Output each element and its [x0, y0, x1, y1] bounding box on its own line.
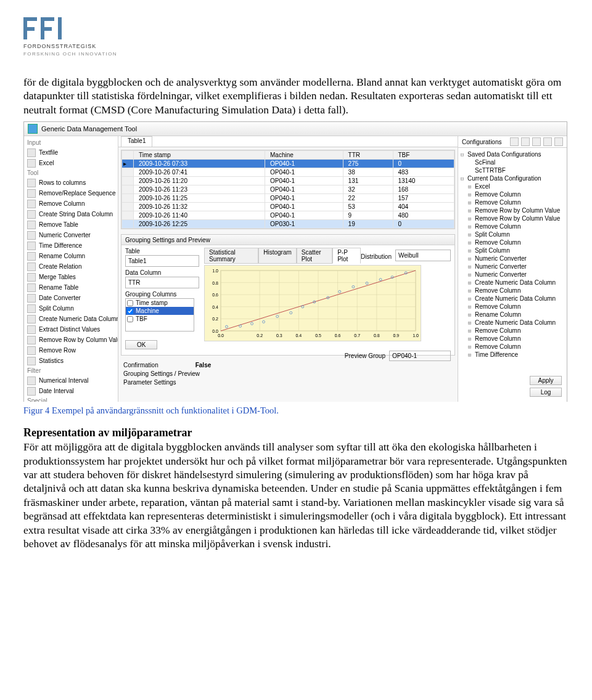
- palette-item[interactable]: Split Column: [24, 303, 118, 314]
- expand-icon[interactable]: ⊞: [467, 328, 472, 334]
- tree-node[interactable]: ⊞Create Numeric Data Column: [459, 295, 565, 303]
- tree-node[interactable]: ⊞Numeric Converter: [459, 262, 565, 271]
- log-button[interactable]: Log: [530, 388, 562, 397]
- palette-item[interactable]: Merge Tables: [24, 272, 118, 282]
- table-tab[interactable]: Table1: [121, 136, 152, 147]
- expand-icon[interactable]: ⊞: [467, 280, 472, 286]
- stat-subtab[interactable]: Scatter Plot: [297, 248, 332, 264]
- expand-icon[interactable]: ⊞: [467, 344, 472, 350]
- palette-item[interactable]: Rows to columns: [24, 177, 118, 188]
- expand-icon[interactable]: ⊞: [467, 320, 472, 326]
- tree-node[interactable]: ⊟Current Data Configuration: [459, 174, 565, 182]
- expand-icon[interactable]: ⊞: [467, 264, 472, 270]
- tree-node[interactable]: ⊞Remove Column: [459, 190, 565, 198]
- column-header[interactable]: [122, 151, 134, 160]
- palette-item[interactable]: Rename Column: [24, 251, 118, 261]
- tree-node[interactable]: ⊞Remove Column: [459, 198, 565, 206]
- palette-item[interactable]: Excel: [24, 158, 118, 168]
- checkbox[interactable]: [127, 308, 133, 314]
- palette-item[interactable]: Numerical Interval: [24, 375, 118, 386]
- table-row[interactable]: 2009-10-26 11:25OP040-122157: [122, 194, 454, 203]
- tree-node[interactable]: ScFinal: [459, 158, 565, 166]
- expand-icon[interactable]: ⊞: [467, 208, 472, 214]
- palette-item[interactable]: Rename Table: [24, 282, 118, 293]
- tree-node[interactable]: ⊞Excel: [459, 182, 565, 190]
- tree-node[interactable]: ⊞Remove Column: [459, 335, 565, 343]
- tree-node[interactable]: ⊞Create Numeric Data Column: [459, 319, 565, 327]
- palette-item[interactable]: Remove/Replace Sequence: [24, 188, 118, 198]
- tree-node[interactable]: ⊞Remove Column: [459, 327, 565, 335]
- palette-item[interactable]: Date Interval: [24, 386, 118, 396]
- column-header[interactable]: TTR: [343, 151, 393, 160]
- palette-item[interactable]: Remove Table: [24, 219, 118, 230]
- expand-icon[interactable]: ⊞: [467, 312, 472, 318]
- config-play-icon[interactable]: [543, 137, 552, 146]
- tree-node[interactable]: ⊟Saved Data Configurations: [459, 150, 565, 158]
- tree-node[interactable]: ⊞Remove Column: [459, 287, 565, 295]
- table-row[interactable]: 2009-10-26 12:25OP030-1190: [122, 220, 454, 229]
- ok-button[interactable]: OK: [125, 340, 157, 349]
- table-row[interactable]: 2009-10-26 11:23OP040-132168: [122, 185, 454, 194]
- expand-icon[interactable]: ⊞: [467, 192, 472, 198]
- stat-subtab[interactable]: Histogram: [258, 248, 297, 264]
- data-column-select[interactable]: TTR: [125, 277, 199, 288]
- tree-node[interactable]: ⊞Split Column: [459, 246, 565, 254]
- expand-icon[interactable]: ⊞: [467, 200, 472, 206]
- expand-icon[interactable]: ⊞: [467, 248, 472, 254]
- expand-icon[interactable]: ⊞: [467, 256, 472, 262]
- stat-subtab[interactable]: Statistical Summary: [204, 248, 258, 264]
- table-row[interactable]: 2009-10-26 11:40OP040-19480: [122, 211, 454, 220]
- expand-icon[interactable]: ⊞: [467, 224, 472, 230]
- tree-node[interactable]: ⊞Numeric Converter: [459, 271, 565, 279]
- grouping-item[interactable]: TBF: [126, 315, 194, 323]
- palette-item[interactable]: Date Converter: [24, 293, 118, 303]
- expand-icon[interactable]: ⊞: [467, 304, 472, 310]
- table-row[interactable]: 2009-10-26 11:32OP040-153404: [122, 203, 454, 211]
- palette-item[interactable]: Extract Distinct Values: [24, 324, 118, 335]
- expand-icon[interactable]: ⊞: [467, 296, 472, 302]
- palette-item[interactable]: Remove Row by Column Value: [24, 335, 118, 345]
- preview-group-value[interactable]: OP040-1: [389, 351, 451, 361]
- stat-subtab[interactable]: P-P Plot: [332, 248, 361, 264]
- expand-icon[interactable]: ⊞: [467, 232, 472, 238]
- tree-node[interactable]: ⊞Remove Column: [459, 343, 565, 351]
- tree-node[interactable]: ⊞Time Difference: [459, 351, 565, 359]
- expand-icon[interactable]: ⊞: [467, 184, 472, 190]
- grouping-columns-list[interactable]: Time stampMachineTBF: [125, 298, 194, 332]
- palette-item[interactable]: Create String Data Column: [24, 209, 118, 219]
- tree-node[interactable]: ⊞Remove Column: [459, 303, 565, 311]
- expand-icon[interactable]: ⊟: [459, 176, 465, 182]
- table-row[interactable]: 2009-10-26 07:41OP040-138483: [122, 168, 454, 177]
- apply-button[interactable]: Apply: [530, 376, 562, 385]
- expand-icon[interactable]: ⊞: [467, 240, 472, 246]
- palette-item[interactable]: Statistics: [24, 356, 118, 366]
- palette-item[interactable]: Create Relation: [24, 261, 118, 272]
- expand-icon[interactable]: ⊟: [459, 152, 465, 158]
- grouping-item[interactable]: Time stamp: [126, 299, 194, 307]
- palette-item[interactable]: Remove Column: [24, 198, 118, 209]
- tree-node[interactable]: ⊞Create Numeric Data Column: [459, 279, 565, 287]
- expand-icon[interactable]: ⊞: [467, 288, 472, 294]
- column-header[interactable]: Time stamp: [134, 151, 265, 160]
- tree-node[interactable]: ScTTRTBF: [459, 166, 565, 174]
- distribution-select[interactable]: Weibull: [395, 250, 451, 261]
- table-select[interactable]: Table1: [125, 255, 199, 267]
- checkbox[interactable]: [127, 316, 133, 322]
- palette-item[interactable]: Create Numeric Data Column: [24, 314, 118, 324]
- config-remove-icon[interactable]: [532, 137, 541, 146]
- table-row[interactable]: ▸2009-10-26 07:33OP040-12750: [122, 160, 454, 168]
- expand-icon[interactable]: ⊞: [467, 216, 472, 222]
- checkbox[interactable]: [127, 300, 133, 306]
- table-row[interactable]: 2009-10-26 11:20OP040-113113140: [122, 177, 454, 185]
- tree-node[interactable]: ⊞Numeric Converter: [459, 254, 565, 262]
- config-new-icon[interactable]: [510, 137, 519, 146]
- column-header[interactable]: TBF: [393, 151, 454, 160]
- palette-item[interactable]: Textfile: [24, 147, 118, 158]
- config-open-icon[interactable]: [521, 137, 530, 146]
- grouping-item[interactable]: Machine: [126, 307, 194, 315]
- tree-node[interactable]: ⊞Remove Column: [459, 222, 565, 230]
- tree-node[interactable]: ⊞Split Column: [459, 230, 565, 238]
- expand-icon[interactable]: ⊞: [467, 272, 472, 278]
- tree-node[interactable]: ⊞Remove Row by Column Value: [459, 214, 565, 222]
- config-stop-icon[interactable]: [554, 137, 563, 146]
